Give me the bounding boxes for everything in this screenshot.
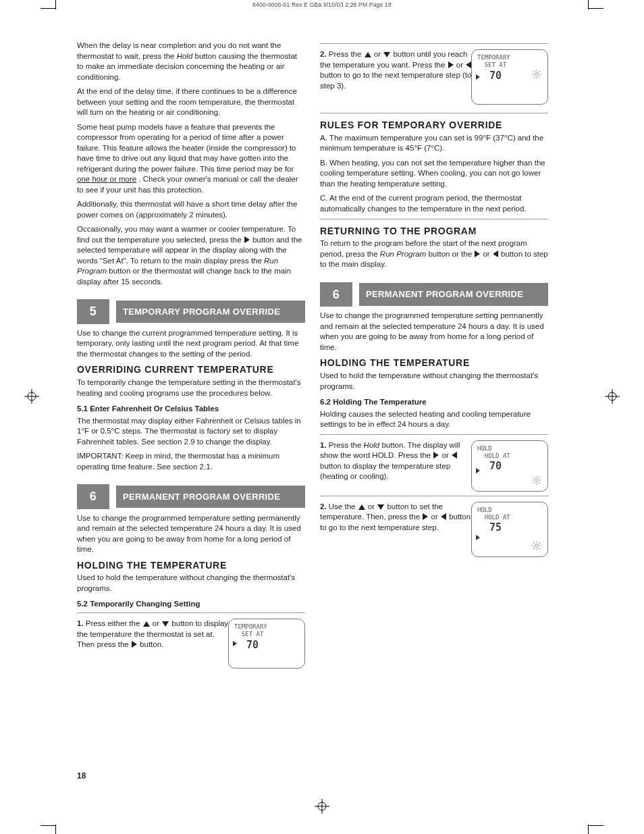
lcd-line: HOLD AT	[477, 452, 542, 460]
paragraph: Occasionally, you may want a warmer or c…	[77, 224, 305, 287]
text: or	[368, 502, 377, 511]
text-emphasis: Run Program	[380, 250, 426, 258]
subheading: 5.2 Temporarily Changing Setting	[77, 599, 305, 610]
text: or	[483, 250, 491, 258]
crop-mark	[55, 825, 56, 834]
heading: HOLDING THE TEMPERATURE	[77, 559, 305, 572]
lcd-line: 75	[477, 521, 542, 534]
svg-line-24	[539, 482, 540, 484]
step-number: 2.	[320, 502, 327, 511]
page-number: 18	[77, 771, 86, 781]
section-title: TEMPORARY PROGRAM OVERRIDE	[116, 301, 305, 323]
arrow-down-icon	[383, 52, 390, 57]
lcd-line: 70	[234, 639, 299, 652]
svg-point-18	[535, 479, 538, 481]
section-number: 5	[77, 299, 109, 323]
registration-mark-icon	[24, 389, 39, 404]
lcd-line: SET AT	[234, 631, 299, 638]
crop-mark	[41, 825, 55, 826]
sun-icon	[531, 69, 542, 80]
lcd-cursor-icon	[476, 74, 480, 80]
section-number: 6	[77, 484, 109, 509]
svg-line-25	[533, 482, 535, 484]
svg-line-34	[533, 548, 535, 549]
svg-line-35	[539, 542, 540, 544]
registration-mark-icon	[605, 389, 620, 404]
lcd-display: TEMPORARY SET AT 70	[471, 49, 548, 105]
svg-point-27	[535, 544, 538, 547]
svg-line-33	[539, 548, 540, 549]
svg-line-16	[533, 76, 535, 78]
text: Some heat pump models have a feature tha…	[77, 123, 296, 173]
heading: RETURNING TO THE PROGRAM	[320, 225, 548, 238]
arrow-right-icon	[475, 251, 480, 257]
arrow-right-icon	[448, 61, 454, 68]
lcd-cursor-icon	[233, 641, 237, 646]
horizontal-rule	[320, 113, 548, 113]
sun-icon	[531, 540, 542, 551]
text: or	[374, 50, 383, 58]
lcd-line: HOLD	[477, 506, 542, 514]
text: button to display the temperature step (…	[320, 462, 450, 481]
paragraph: IMPORTANT: Keep in mind, the thermostat …	[77, 451, 305, 472]
paragraph: C. At the end of the current program per…	[320, 193, 548, 214]
text: Use the	[329, 502, 358, 511]
paragraph: Some heat pump models have a feature tha…	[77, 122, 305, 196]
arrow-right-icon	[423, 513, 428, 520]
paragraph: The thermostat may display either Fahren…	[77, 416, 305, 448]
arrow-up-icon	[358, 504, 365, 510]
svg-line-14	[533, 71, 535, 72]
heading: OVERRIDING CURRENT TEMPERATURE	[77, 363, 305, 376]
arrow-down-icon	[162, 621, 169, 627]
lcd-display: HOLD HOLD AT 75	[471, 502, 548, 557]
paragraph: Use to change the current programmed tem…	[77, 328, 305, 360]
arrow-down-icon	[377, 504, 384, 510]
column-right: 2. Press the or button until you reach t…	[320, 41, 548, 560]
text: or	[442, 451, 451, 459]
svg-line-15	[539, 76, 540, 78]
text: button or the thermostat will change bac…	[77, 267, 291, 286]
lcd-line: 70	[477, 460, 542, 473]
text: Press the	[329, 441, 364, 449]
paragraph: At the end of the delay time, if there c…	[77, 86, 305, 118]
text: button to go to the next temperature ste…	[320, 71, 471, 90]
text-underline: one hour or more	[77, 175, 136, 183]
section-title: PERMANENT PROGRAM OVERRIDE	[116, 486, 305, 509]
section-number: 6	[320, 282, 352, 307]
step-number: 2.	[320, 50, 327, 58]
text: Press the	[329, 50, 364, 58]
lcd-line: HOLD	[477, 445, 542, 452]
svg-line-23	[533, 477, 535, 478]
horizontal-rule	[320, 43, 548, 44]
text-emphasis: Hold	[364, 441, 380, 449]
lcd-cursor-icon	[476, 535, 480, 540]
horizontal-rule	[320, 434, 548, 435]
text: button.	[140, 640, 163, 648]
heading: HOLDING THE TEMPERATURE	[320, 357, 548, 369]
paragraph: To temporarily change the temperature se…	[77, 377, 305, 398]
text: or	[431, 513, 440, 521]
section-header: 6 PERMANENT PROGRAM OVERRIDE	[320, 282, 548, 307]
paragraph: Holding causes the selected heating and …	[320, 409, 548, 430]
paragraph: Use to change the programmed temperature…	[320, 311, 548, 353]
text: or	[456, 61, 465, 69]
lcd-cursor-icon	[476, 468, 480, 473]
arrow-up-icon	[143, 621, 150, 627]
arrow-left-icon	[493, 251, 498, 257]
section-title: PERMANENT PROGRAM OVERRIDE	[359, 283, 548, 306]
arrow-right-icon	[132, 641, 137, 648]
paragraph: When the delay is near completion and yo…	[77, 41, 305, 82]
arrow-up-icon	[365, 52, 371, 57]
paragraph: Use to change the programmed temperature…	[77, 513, 305, 555]
horizontal-rule	[77, 613, 305, 613]
arrow-left-icon	[452, 452, 457, 459]
lcd-line: HOLD AT	[477, 514, 542, 521]
arrow-left-icon	[466, 61, 471, 68]
step-number: 1.	[320, 441, 327, 449]
horizontal-rule	[320, 496, 548, 496]
arrow-right-icon	[433, 452, 439, 459]
text: Press either the	[86, 619, 142, 627]
subheading: 5.1 Enter Fahrenheit Or Celsius Tables	[77, 404, 305, 415]
section-header: 5 TEMPORARY PROGRAM OVERRIDE	[77, 299, 305, 323]
text-emphasis: Hold	[177, 52, 193, 60]
